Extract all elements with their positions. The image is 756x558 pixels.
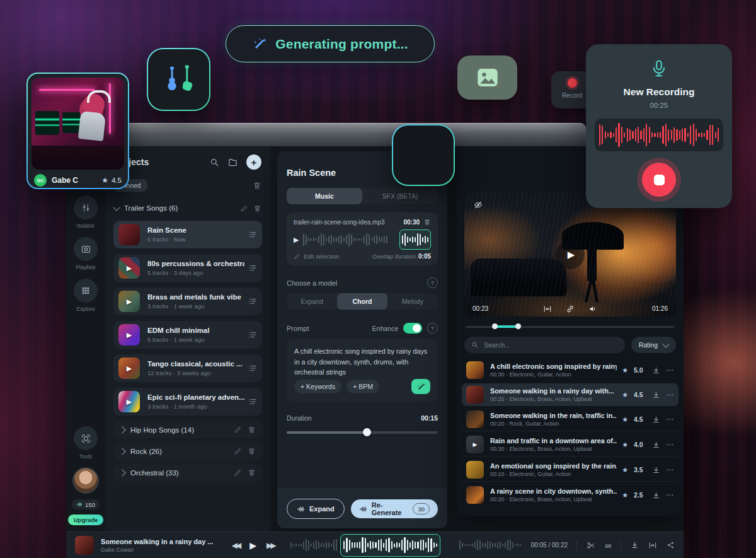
- add-keywords-chip[interactable]: + Keywords: [294, 380, 341, 393]
- download-icon[interactable]: [652, 366, 660, 375]
- song-row[interactable]: An emotional song inspired by the rain..…: [462, 458, 679, 482]
- queue-icon[interactable]: [248, 397, 257, 406]
- pencil-icon[interactable]: [234, 447, 242, 455]
- video-player[interactable]: ▶ 00:23 01:26: [464, 192, 676, 317]
- video-play-button[interactable]: ▶: [556, 240, 585, 269]
- sidebar-item-playlists[interactable]: Playlists: [74, 237, 98, 270]
- project-group-collapsed[interactable]: Orchestral (33): [113, 464, 262, 481]
- ellipsis-icon[interactable]: ⋯: [666, 491, 674, 499]
- download-icon[interactable]: [652, 391, 660, 399]
- folder-icon[interactable]: [228, 158, 238, 167]
- queue-icon[interactable]: [248, 330, 257, 339]
- sidebar-item-explore[interactable]: Explore: [74, 279, 98, 312]
- ellipsis-icon[interactable]: ⋯: [666, 440, 674, 449]
- ellipsis-icon[interactable]: ⋯: [666, 465, 674, 474]
- ellipsis-icon[interactable]: ⋯: [666, 366, 674, 375]
- song-row[interactable]: Someone walking in the rain, traffic in.…: [462, 408, 679, 431]
- fit-width-icon[interactable]: [648, 541, 657, 550]
- sidebar-item-tools[interactable]: Tools: [74, 426, 98, 460]
- new-project-button[interactable]: +: [246, 154, 261, 170]
- project-item[interactable]: ▶80s percussions & orchestra5 tracks · 3…: [113, 254, 262, 282]
- enhance-toggle[interactable]: [403, 323, 422, 334]
- trash-icon[interactable]: [253, 204, 261, 212]
- trash-icon[interactable]: [248, 468, 256, 477]
- project-item[interactable]: ▶Tango classical, acoustic ...12 tracks …: [113, 354, 262, 382]
- waveform-selection[interactable]: [399, 230, 431, 250]
- magic-wand-button[interactable]: [411, 379, 430, 394]
- trash-icon[interactable]: [253, 181, 261, 190]
- rewind-button[interactable]: ◀◀: [232, 541, 239, 550]
- song-row[interactable]: Someone walking in a rainy day with...00…: [462, 383, 679, 406]
- edit-selection-link[interactable]: Edit selection: [304, 253, 340, 260]
- ellipsis-icon[interactable]: ⋯: [666, 390, 674, 399]
- project-group-expanded[interactable]: Trailer Songs (6): [114, 202, 261, 214]
- play-icon[interactable]: ▶: [294, 236, 299, 244]
- video-range-slider[interactable]: [466, 323, 675, 329]
- queue-icon[interactable]: [248, 364, 257, 373]
- duration-slider[interactable]: [287, 428, 438, 436]
- stop-recording-button[interactable]: [642, 163, 676, 197]
- search-input[interactable]: Search...: [464, 337, 625, 353]
- trash-icon[interactable]: [248, 426, 256, 434]
- song-row[interactable]: A chill electronic song inspired by rain…: [462, 359, 679, 381]
- video-clip-shortcut-card[interactable]: [392, 124, 455, 186]
- queue-icon[interactable]: [248, 297, 257, 306]
- model-option-expand[interactable]: Expand: [287, 293, 337, 310]
- share-icon[interactable]: [667, 541, 675, 549]
- download-icon[interactable]: [652, 441, 660, 449]
- playbar-waveform[interactable]: [290, 537, 338, 554]
- image-shortcut-card[interactable]: [457, 55, 517, 100]
- guitar-shortcut-card[interactable]: [147, 48, 210, 111]
- range-handle-end[interactable]: [515, 323, 521, 329]
- help-icon[interactable]: ?: [427, 277, 438, 288]
- sidebar-item-isolator[interactable]: Isolator: [74, 195, 98, 229]
- link-icon[interactable]: [566, 305, 575, 313]
- model-option-melody[interactable]: Melody: [387, 293, 438, 310]
- search-icon[interactable]: [210, 158, 219, 167]
- fit-width-icon[interactable]: [543, 305, 552, 313]
- model-option-chord[interactable]: Chord: [337, 293, 387, 310]
- song-row[interactable]: A rainy scene in city downtown, synth...…: [462, 484, 679, 506]
- play-button[interactable]: ▶: [249, 540, 256, 550]
- project-item[interactable]: Rain Scene6 tracks · Now: [113, 221, 262, 248]
- pencil-icon[interactable]: [234, 426, 242, 434]
- tab-music[interactable]: Music: [287, 188, 362, 204]
- trash-icon[interactable]: [248, 447, 256, 455]
- expand-button[interactable]: Expand: [287, 499, 345, 519]
- song-row[interactable]: ▶Rain and traffic in a downtown area of.…: [462, 433, 679, 456]
- trash-icon[interactable]: [423, 218, 431, 226]
- prompt-box[interactable]: A chill electronic song inspired by rain…: [287, 339, 438, 402]
- user-avatar[interactable]: [72, 467, 99, 494]
- scissors-icon[interactable]: [587, 541, 595, 550]
- prompt-text[interactable]: A chill electronic song inspired by rain…: [294, 346, 430, 378]
- upgrade-button[interactable]: Upgrade: [68, 514, 104, 525]
- volume-icon[interactable]: [588, 305, 597, 313]
- project-item[interactable]: ▶EDM chill minimal5 tracks · 1 week ago: [113, 321, 262, 349]
- credits-badge[interactable]: 150: [72, 499, 100, 509]
- help-icon[interactable]: ?: [427, 323, 438, 334]
- ellipsis-icon[interactable]: ⋯: [666, 415, 674, 424]
- pencil-icon[interactable]: [240, 204, 248, 212]
- project-item[interactable]: ▶Epic sci-fi planetary adven...3 tracks …: [113, 388, 262, 416]
- infinity-loop-icon[interactable]: ∞: [605, 541, 611, 550]
- file-waveform[interactable]: [303, 231, 396, 248]
- slider-thumb[interactable]: [363, 428, 371, 436]
- project-group-collapsed[interactable]: Rock (26): [113, 443, 262, 460]
- now-playing-thumbnail[interactable]: [75, 536, 94, 555]
- pencil-icon[interactable]: [234, 468, 242, 477]
- range-handle-start[interactable]: [492, 323, 498, 329]
- queue-icon[interactable]: [248, 230, 257, 239]
- download-icon[interactable]: [631, 541, 639, 549]
- playbar-selection[interactable]: [340, 534, 440, 557]
- tab-sfx[interactable]: SFX (BETA): [362, 188, 438, 204]
- regenerate-button[interactable]: Re-Generate 30: [351, 499, 438, 518]
- profile-project-card[interactable]: GC Gabe C ★ 4.5: [26, 73, 129, 189]
- rating-filter-dropdown[interactable]: Rating: [631, 337, 676, 353]
- download-icon[interactable]: [652, 491, 660, 499]
- queue-icon[interactable]: [248, 264, 257, 272]
- project-item[interactable]: ▶Brass and metals funk vibe3 tracks · 1 …: [113, 288, 262, 315]
- download-icon[interactable]: [652, 466, 660, 474]
- eye-off-icon[interactable]: [473, 200, 483, 210]
- fast-forward-button[interactable]: ▶▶: [266, 541, 274, 550]
- add-bpm-chip[interactable]: + BPM: [346, 380, 379, 393]
